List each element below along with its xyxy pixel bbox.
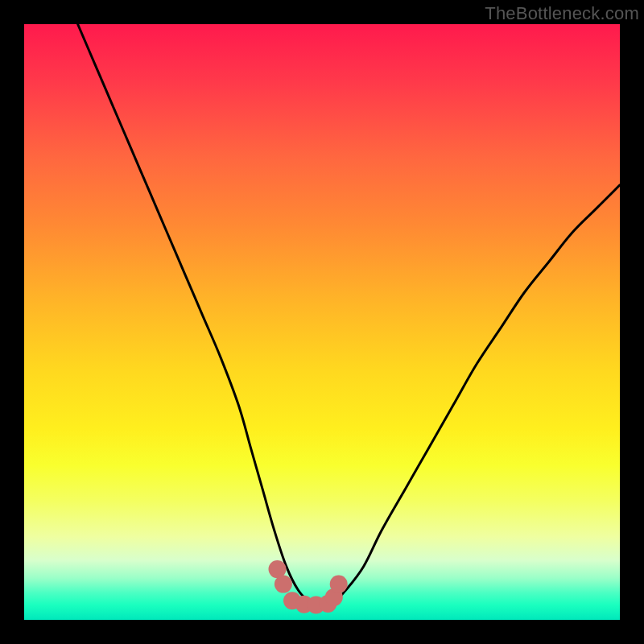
plot-area: [24, 24, 620, 620]
highlight-marker: [330, 576, 348, 593]
bottleneck-curve-path: [78, 24, 620, 605]
highlight-markers: [269, 560, 348, 613]
chart-frame: TheBottleneck.com: [0, 0, 644, 644]
bottleneck-curve-svg: [24, 24, 620, 620]
highlight-marker: [275, 576, 292, 593]
watermark-text: TheBottleneck.com: [485, 3, 639, 24]
